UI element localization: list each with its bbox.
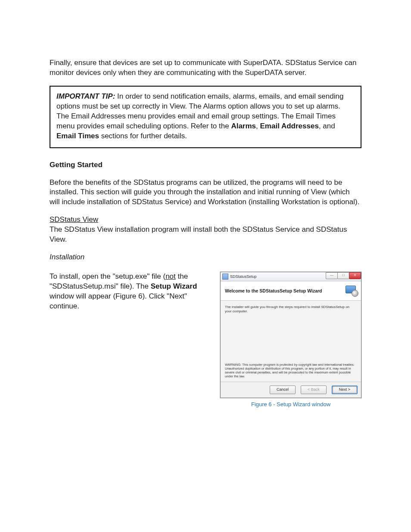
installer-banner-icon	[346, 286, 358, 296]
window-controls: — □ X	[326, 272, 361, 279]
cancel-button[interactable]: Cancel	[270, 386, 296, 394]
intro-paragraph: Finally, ensure that devices are set up …	[50, 58, 361, 78]
install-p-before: To install, open the "setup.exe" file (	[50, 272, 165, 280]
installation-text-column: To install, open the "setup.exe" file (n…	[50, 272, 212, 319]
disc-icon	[352, 290, 358, 297]
dialog-banner-title: Welcome to the SDStatusSetup Setup Wizar…	[225, 288, 322, 294]
sdstatus-view-heading: SDStatus View	[50, 215, 98, 224]
dialog-footer: Cancel < Back Next >	[221, 382, 361, 398]
tip-sep-2: , and	[319, 122, 335, 130]
installation-paragraph: To install, open the "setup.exe" file (n…	[50, 272, 212, 311]
dialog-titlebar: SDStatusSetup — □ X	[221, 272, 361, 281]
dialog-banner: Welcome to the SDStatusSetup Setup Wizar…	[221, 281, 361, 301]
dialog-intro-text: The installer will guide you through the…	[225, 305, 357, 313]
close-button[interactable]: X	[349, 272, 361, 279]
tip-sep-1: ,	[256, 122, 260, 130]
tip-body-2: sections for further details.	[99, 132, 187, 140]
installation-row: To install, open the "setup.exe" file (n…	[50, 272, 361, 408]
tip-label: IMPORTANT TIP:	[56, 92, 115, 100]
important-tip-box: IMPORTANT TIP: In order to send notifica…	[50, 86, 361, 148]
tip-bold-email-addresses: Email Addresses	[260, 122, 319, 130]
getting-started-heading: Getting Started	[50, 160, 361, 170]
installation-heading: Installation	[50, 252, 361, 262]
maximize-button[interactable]: □	[337, 272, 349, 279]
installer-icon	[222, 274, 228, 280]
tip-bold-alarms: Alarms	[231, 122, 256, 130]
next-button[interactable]: Next >	[332, 386, 358, 394]
getting-started-paragraph: Before the benefits of the SDStatus prog…	[50, 178, 361, 208]
document-page: Finally, ensure that devices are set up …	[0, 0, 411, 532]
tip-bold-email-times: Email Times	[56, 132, 99, 140]
dialog-title: SDStatusSetup	[230, 274, 257, 279]
figure-caption: Figure 6 - Setup Wizard window	[220, 401, 361, 408]
install-p-not: not	[165, 272, 176, 280]
install-p-setup-wizard: Setup Wizard	[151, 282, 197, 290]
minimize-button[interactable]: —	[326, 272, 338, 279]
sdstatus-view-block: SDStatus View The SDStatus View installa…	[50, 215, 361, 245]
figure-column: SDStatusSetup — □ X Welcome to the SDSta…	[220, 272, 361, 408]
install-p-after: window will appear (Figure 6). Click "Ne…	[50, 292, 187, 310]
back-button[interactable]: < Back	[301, 386, 327, 394]
dialog-body: The installer will guide you through the…	[221, 301, 361, 382]
sdstatus-view-paragraph: The SDStatus View installation program w…	[50, 225, 347, 243]
dialog-warning-text: WARNING: This computer program is protec…	[225, 363, 357, 378]
setup-wizard-dialog: SDStatusSetup — □ X Welcome to the SDSta…	[220, 272, 361, 398]
